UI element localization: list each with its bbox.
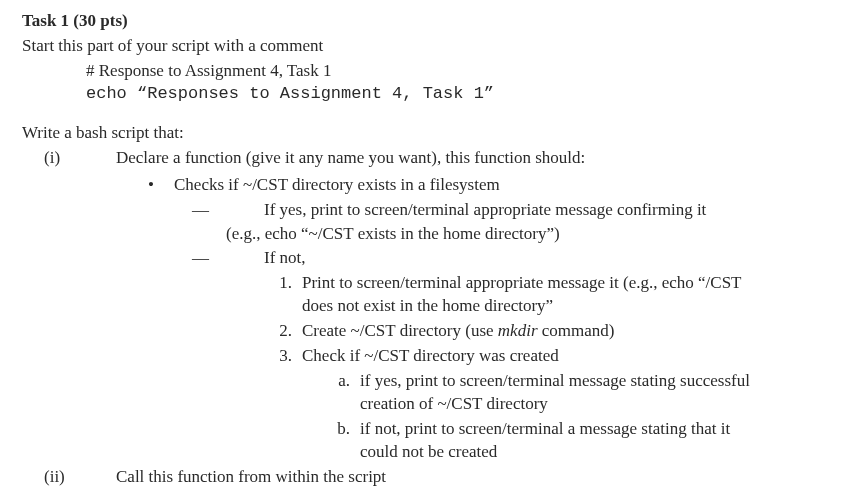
intro-sentence: Write a bash script that: xyxy=(22,122,837,145)
branch-yes-eg: (e.g., echo “~/CST exists in the home di… xyxy=(116,223,837,246)
item-ii-text: Call this function from within the scrip… xyxy=(116,466,837,489)
item-i-text: Declare a function (give it any name you… xyxy=(116,147,837,170)
step-3: 3. Check if ~/CST directory was created xyxy=(116,345,837,368)
lead-sentence: Start this part of your script with a co… xyxy=(22,35,837,58)
item-ii: (ii) Call this function from within the … xyxy=(22,466,837,489)
step-3b: b. if not, print to screen/terminal a me… xyxy=(116,418,837,441)
step-3a-line2: creation of ~/CST directory xyxy=(116,393,837,416)
bullet-marker: • xyxy=(148,174,174,197)
item-i-bullet-wrap: • Checks if ~/CST directory exists in a … xyxy=(22,172,837,464)
step-3-text: Check if ~/CST directory was created xyxy=(302,345,837,368)
step-2: 2. Create ~/CST directory (use mkdir com… xyxy=(116,320,837,343)
code-echo-line: echo “Responses to Assignment 4, Task 1” xyxy=(22,83,837,106)
step-2-after: command) xyxy=(538,321,615,340)
branch-yes-text: If yes, print to screen/terminal appropr… xyxy=(264,199,837,222)
code-comment-line: # Response to Assignment 4, Task 1 xyxy=(22,60,837,83)
item-i: (i) Declare a function (give it any name… xyxy=(22,147,837,170)
step-3a-marker: a. xyxy=(326,370,360,393)
step-2-text: Create ~/CST directory (use mkdir comman… xyxy=(302,320,837,343)
task-title: Task 1 (30 pts) xyxy=(22,10,837,33)
assignment-page: Task 1 (30 pts) Start this part of your … xyxy=(0,0,855,499)
step-2-mkdir: mkdir xyxy=(498,321,538,340)
branch-yes: — If yes, print to screen/terminal appro… xyxy=(116,199,837,222)
step-1-line1: Print to screen/terminal appropriate mes… xyxy=(302,272,837,295)
branch-no: — If not, xyxy=(116,247,837,270)
step-2-marker: 2. xyxy=(266,320,302,343)
dash-marker: — xyxy=(192,247,264,270)
step-3-marker: 3. xyxy=(266,345,302,368)
step-2-before: Create ~/CST directory (use xyxy=(302,321,498,340)
step-1-line2: does not exist in the home directory” xyxy=(116,295,837,318)
item-i-bullet: • Checks if ~/CST directory exists in a … xyxy=(116,174,837,197)
step-3b-line1: if not, print to screen/terminal a messa… xyxy=(360,418,837,441)
step-3a: a. if yes, print to screen/terminal mess… xyxy=(116,370,837,393)
step-1-marker: 1. xyxy=(266,272,302,295)
branch-no-text: If not, xyxy=(264,247,837,270)
item-i-marker: (i) xyxy=(22,147,116,170)
step-3b-line2: could not be created xyxy=(116,441,837,464)
step-3a-line1: if yes, print to screen/terminal message… xyxy=(360,370,837,393)
step-1: 1. Print to screen/terminal appropriate … xyxy=(116,272,837,295)
item-ii-marker: (ii) xyxy=(22,466,116,489)
bullet-text: Checks if ~/CST directory exists in a fi… xyxy=(174,174,837,197)
dash-marker: — xyxy=(192,199,264,222)
step-3b-marker: b. xyxy=(326,418,360,441)
